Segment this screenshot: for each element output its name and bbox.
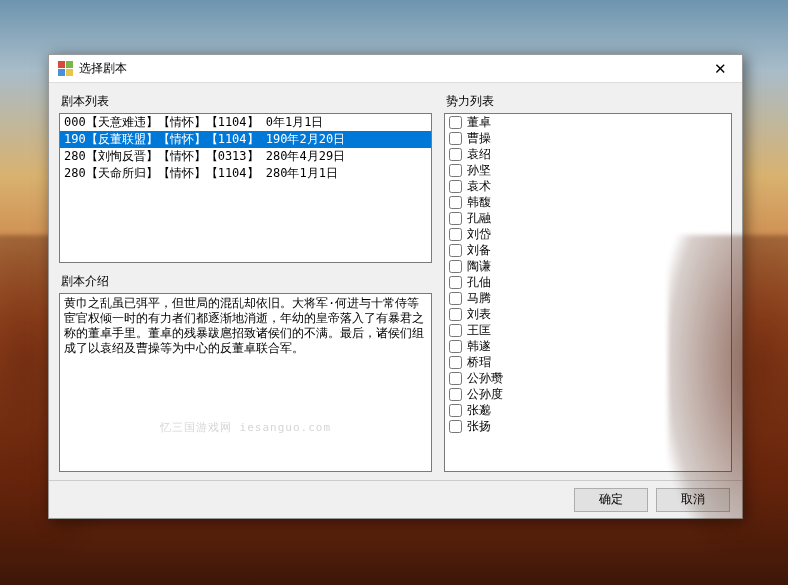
faction-item[interactable]: 桥瑁 (445, 354, 731, 370)
faction-checkbox[interactable] (449, 228, 462, 241)
faction-checkbox[interactable] (449, 116, 462, 129)
faction-checkbox[interactable] (449, 132, 462, 145)
faction-label: 韩馥 (467, 194, 491, 211)
faction-label: 董卓 (467, 114, 491, 131)
faction-label: 曹操 (467, 130, 491, 147)
faction-label: 孙坚 (467, 162, 491, 179)
faction-label: 陶谦 (467, 258, 491, 275)
scenario-item[interactable]: 190【反董联盟】【情怀】【1104】 190年2月20日 (60, 131, 431, 148)
faction-item[interactable]: 孔融 (445, 210, 731, 226)
faction-label: 袁术 (467, 178, 491, 195)
faction-label: 桥瑁 (467, 354, 491, 371)
faction-item[interactable]: 张扬 (445, 418, 731, 434)
scenario-item[interactable]: 280【刘恂反晋】【情怀】【0313】 280年4月29日 (60, 148, 431, 165)
faction-label: 公孙度 (467, 386, 503, 403)
close-icon: ✕ (714, 60, 727, 78)
faction-checkbox[interactable] (449, 420, 462, 433)
label-scenario-list: 剧本列表 (61, 93, 432, 110)
dialog-select-scenario: 选择剧本 ✕ 剧本列表 000【天意难违】【情怀】【1104】 0年1月1日19… (48, 54, 743, 519)
faction-item[interactable]: 公孙度 (445, 386, 731, 402)
faction-checkbox[interactable] (449, 276, 462, 289)
titlebar: 选择剧本 ✕ (49, 55, 742, 83)
faction-item[interactable]: 刘备 (445, 242, 731, 258)
label-scenario-desc: 剧本介绍 (61, 273, 432, 290)
faction-checkbox[interactable] (449, 308, 462, 321)
faction-label: 张邈 (467, 402, 491, 419)
faction-label: 张扬 (467, 418, 491, 435)
faction-item[interactable]: 王匡 (445, 322, 731, 338)
faction-item[interactable]: 张邈 (445, 402, 731, 418)
window-title: 选择剧本 (79, 60, 127, 77)
faction-item[interactable]: 公孙瓒 (445, 370, 731, 386)
faction-checkbox[interactable] (449, 260, 462, 273)
faction-item[interactable]: 董卓 (445, 114, 731, 130)
faction-item[interactable]: 韩馥 (445, 194, 731, 210)
ok-button[interactable]: 确定 (574, 488, 648, 512)
faction-checkbox[interactable] (449, 164, 462, 177)
scenario-item[interactable]: 280【天命所归】【情怀】【1104】 280年1月1日 (60, 165, 431, 182)
faction-label: 刘备 (467, 242, 491, 259)
faction-checkbox[interactable] (449, 356, 462, 369)
cancel-button[interactable]: 取消 (656, 488, 730, 512)
faction-checkbox[interactable] (449, 324, 462, 337)
faction-item[interactable]: 刘表 (445, 306, 731, 322)
watermark: 忆三国游戏网 iesanguo.com (160, 420, 331, 435)
faction-label: 袁绍 (467, 146, 491, 163)
faction-label: 刘表 (467, 306, 491, 323)
faction-checkbox[interactable] (449, 372, 462, 385)
faction-checkbox[interactable] (449, 212, 462, 225)
faction-item[interactable]: 刘岱 (445, 226, 731, 242)
label-faction-list: 势力列表 (446, 93, 732, 110)
faction-label: 王匡 (467, 322, 491, 339)
faction-label: 韩遂 (467, 338, 491, 355)
faction-checkbox[interactable] (449, 388, 462, 401)
faction-item[interactable]: 孙坚 (445, 162, 731, 178)
close-button[interactable]: ✕ (698, 55, 742, 82)
faction-item[interactable]: 韩遂 (445, 338, 731, 354)
faction-label: 孔融 (467, 210, 491, 227)
faction-checkbox[interactable] (449, 340, 462, 353)
faction-checkbox[interactable] (449, 404, 462, 417)
faction-label: 马腾 (467, 290, 491, 307)
faction-checkbox[interactable] (449, 180, 462, 193)
faction-item[interactable]: 曹操 (445, 130, 731, 146)
faction-item[interactable]: 孔伷 (445, 274, 731, 290)
scenario-description: 黄巾之乱虽已弭平，但世局的混乱却依旧。大将军·何进与十常侍等宦官权倾一时的有力者… (59, 293, 432, 472)
faction-label: 刘岱 (467, 226, 491, 243)
faction-label: 孔伷 (467, 274, 491, 291)
faction-checkbox[interactable] (449, 196, 462, 209)
faction-checkbox[interactable] (449, 148, 462, 161)
faction-checklist[interactable]: 董卓曹操袁绍孙坚袁术韩馥孔融刘岱刘备陶谦孔伷马腾刘表王匡韩遂桥瑁公孙瓒公孙度张邈… (444, 113, 732, 472)
faction-item[interactable]: 马腾 (445, 290, 731, 306)
faction-label: 公孙瓒 (467, 370, 503, 387)
faction-item[interactable]: 袁绍 (445, 146, 731, 162)
scenario-item[interactable]: 000【天意难违】【情怀】【1104】 0年1月1日 (60, 114, 431, 131)
faction-item[interactable]: 袁术 (445, 178, 731, 194)
dialog-footer: 确定 取消 (49, 480, 742, 518)
faction-checkbox[interactable] (449, 292, 462, 305)
scenario-listbox[interactable]: 000【天意难违】【情怀】【1104】 0年1月1日190【反董联盟】【情怀】【… (59, 113, 432, 263)
faction-item[interactable]: 陶谦 (445, 258, 731, 274)
faction-checkbox[interactable] (449, 244, 462, 257)
app-icon (57, 61, 73, 77)
